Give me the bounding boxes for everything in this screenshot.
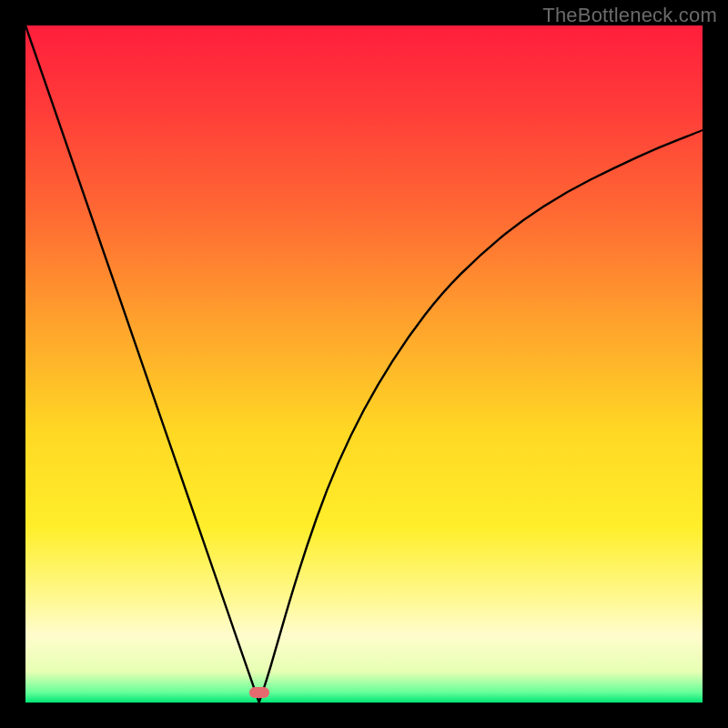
watermark-text: TheBottleneck.com — [542, 4, 717, 27]
optimum-marker — [249, 687, 269, 698]
bottleneck-chart — [25, 25, 703, 703]
chart-background — [25, 25, 703, 703]
outer-frame: TheBottleneck.com — [0, 0, 728, 728]
